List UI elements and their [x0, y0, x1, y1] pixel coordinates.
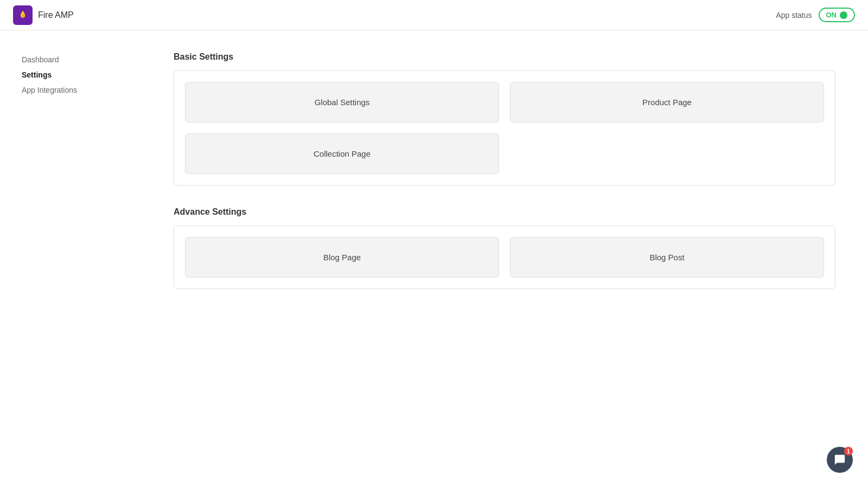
collection-page-button[interactable]: Collection Page [185, 133, 499, 174]
app-status-toggle[interactable]: ON [819, 8, 856, 22]
basic-settings-card: Global Settings Product Page Collection … [174, 70, 835, 185]
basic-settings-title: Basic Settings [174, 52, 835, 62]
toggle-circle-indicator [840, 11, 847, 19]
advance-settings-card: Blog Page Blog Post [174, 226, 835, 289]
basic-settings-row-1: Global Settings Product Page [185, 82, 824, 123]
main-layout: Dashboard Settings App Integrations Basi… [0, 30, 868, 311]
sidebar-item-dashboard[interactable]: Dashboard [22, 52, 119, 67]
global-settings-button[interactable]: Global Settings [185, 82, 499, 123]
blog-page-button[interactable]: Blog Page [185, 237, 499, 278]
app-header: Fire AMP App status ON [0, 0, 868, 30]
basic-settings-row-2: Collection Page [185, 133, 824, 174]
advance-settings-title: Advance Settings [174, 207, 835, 217]
app-name-label: Fire AMP [38, 10, 74, 20]
advance-settings-section: Advance Settings Blog Page Blog Post [174, 207, 835, 289]
sidebar-item-settings[interactable]: Settings [22, 67, 119, 82]
chat-badge: 1 [844, 447, 853, 455]
toggle-on-text: ON [826, 11, 837, 19]
blog-post-button[interactable]: Blog Post [510, 237, 824, 278]
basic-settings-section: Basic Settings Global Settings Product P… [174, 52, 835, 185]
chat-bubble-button[interactable]: 1 [827, 447, 853, 473]
logo-area: Fire AMP [13, 5, 74, 25]
app-logo-icon [13, 5, 33, 25]
advance-settings-row-1: Blog Page Blog Post [185, 237, 824, 278]
sidebar-item-app-integrations[interactable]: App Integrations [22, 82, 119, 98]
app-status-label: App status [776, 11, 812, 20]
product-page-button[interactable]: Product Page [510, 82, 824, 123]
main-content: Basic Settings Global Settings Product P… [141, 52, 868, 311]
sidebar: Dashboard Settings App Integrations [0, 52, 141, 311]
header-right: App status ON [776, 8, 855, 22]
